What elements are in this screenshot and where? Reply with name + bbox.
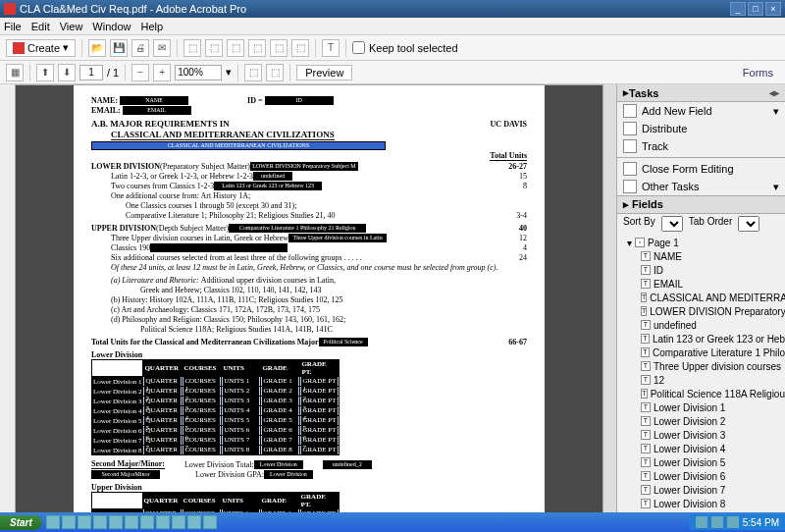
prev-page-icon[interactable]: ⬆ (36, 64, 54, 81)
tree-node[interactable]: TLower Division 4 (627, 442, 785, 455)
grid-cell[interactable]: UNITS 2 (222, 387, 261, 397)
grid-cell[interactable]: GRADE PT 1 (300, 377, 340, 387)
close-button[interactable]: × (765, 2, 781, 16)
keep-tool-checkbox[interactable] (352, 41, 365, 54)
grid-cell[interactable]: GRADE PT 2 (300, 387, 340, 397)
tree-node[interactable]: TID (627, 263, 785, 277)
grid-cell[interactable]: GRADE PT 5 (300, 416, 340, 426)
major-field[interactable]: CLASSICAL AND MEDITERRANEAN CIVILIZATION… (91, 141, 386, 150)
minimize-button[interactable]: _ (730, 2, 746, 16)
grid-cell[interactable]: GRADE PT 4 (300, 406, 340, 416)
undef-field[interactable]: undefined (253, 172, 292, 181)
tree-node[interactable]: TLower Division 5 (627, 455, 785, 469)
grid-cell[interactable]: GRADE PT 3 (300, 397, 340, 406)
lower-field[interactable]: LOWER DIVISION Preparatory Subject M (250, 162, 358, 171)
system-tray[interactable]: 5:54 PM (690, 514, 785, 530)
grid-cell[interactable]: QUARTER 5 (143, 416, 183, 426)
grid-cell[interactable]: GRADE 1 (260, 509, 299, 513)
tool-icon[interactable]: ⬚ (205, 39, 223, 57)
grid-cell[interactable]: GRADE 4 (261, 406, 300, 416)
tree-node[interactable]: TLOWER DIVISION Preparatory (627, 304, 785, 318)
fit-icon[interactable]: ⬚ (244, 64, 262, 81)
undef2-field[interactable]: undefined_2 (323, 460, 372, 469)
start-button[interactable]: Start (0, 515, 42, 530)
tool-icon[interactable]: ⬚ (183, 39, 201, 57)
cls190-field[interactable] (150, 243, 288, 252)
grid-cell[interactable]: COURSES 1 (183, 377, 222, 387)
tool-icon[interactable]: ⬚ (248, 39, 266, 57)
panel-close-icon[interactable]: ◂▸ (769, 87, 779, 98)
id-field[interactable]: ID (265, 96, 334, 105)
smm-field[interactable]: Second MajorMinor (91, 470, 160, 479)
create-button[interactable]: Create▾ (6, 39, 76, 57)
ql-icon[interactable] (156, 515, 170, 529)
grid-cell[interactable]: UNITS 8 (222, 446, 261, 455)
tree-node[interactable]: TLower Division 1 (627, 400, 785, 414)
tree-node[interactable]: T12 (627, 373, 785, 387)
next-page-icon[interactable]: ⬇ (58, 64, 76, 81)
grid-cell[interactable]: GRADE PT 7 (300, 436, 340, 446)
ldt-field[interactable]: Lower Division (254, 460, 303, 469)
grid-cell[interactable]: GRADE PT 1 (299, 509, 339, 513)
tool-icon[interactable]: T (322, 39, 340, 57)
tree-node[interactable]: Tundefined (627, 318, 785, 332)
close-edit-button[interactable]: Close Form Editing (617, 160, 785, 178)
tree-node[interactable]: TLower Division 7 (627, 483, 785, 497)
grid-cell[interactable]: GRADE 6 (261, 426, 300, 436)
grid-cell[interactable]: GRADE PT 6 (300, 426, 340, 436)
grid-cell[interactable]: QUARTER 7 (143, 436, 183, 446)
grid-cell[interactable]: COURSES 1 (182, 509, 221, 513)
tree-node[interactable]: TLower Division 8 (627, 497, 785, 510)
grid-cell[interactable]: QUARTER 2 (143, 387, 183, 397)
pdf-page[interactable]: NAME: NAME ID = ID EMAIL: EMAIL A.B. MAJ… (74, 85, 545, 512)
tree-node[interactable]: TLower Division 3 (627, 428, 785, 442)
grid-cell[interactable]: QUARTER 4 (143, 406, 183, 416)
tree-node[interactable]: TQUARTER 1 (627, 510, 785, 512)
tree-page[interactable]: ▾▫Page 1 (627, 236, 785, 249)
tree-node[interactable]: TEMAIL (627, 277, 785, 291)
three-field[interactable]: Three Upper division courses in Latin Gr… (288, 234, 387, 242)
grid-cell[interactable]: COURSES 5 (183, 416, 222, 426)
grid-cell[interactable]: COURSES 2 (183, 387, 222, 397)
grid-cell[interactable]: UNITS 5 (222, 416, 261, 426)
scrollbar-vertical[interactable] (602, 84, 616, 512)
save-icon[interactable]: 💾 (110, 39, 128, 57)
tree-node[interactable]: TLower Division 6 (627, 469, 785, 483)
grid-cell[interactable]: UNITS 4 (222, 406, 261, 416)
ql-icon[interactable] (187, 515, 201, 529)
ql-icon[interactable] (46, 515, 60, 529)
grid-cell[interactable]: GRADE 5 (261, 416, 300, 426)
upper-field[interactable]: Comparative Literature 1 Philosophy 21 R… (229, 224, 366, 233)
grid-cell[interactable]: COURSES 6 (183, 426, 222, 436)
grid-cell[interactable]: UNITS 1 (221, 509, 260, 513)
grid-cell[interactable]: GRADE 3 (261, 397, 300, 406)
grid-cell[interactable]: QUARTER 1 (143, 377, 183, 387)
tool-icon[interactable]: ⬚ (227, 39, 244, 57)
taborder-select[interactable] (738, 216, 759, 232)
menu-view[interactable]: View (60, 21, 83, 32)
add-field-button[interactable]: Add New Field▾ (617, 102, 785, 120)
lower-division-table[interactable]: QUARTERCOURSESUNITSGRADEGRADE PT.Lower D… (91, 359, 340, 455)
zoom-in-icon[interactable]: + (153, 64, 171, 81)
ql-icon[interactable] (62, 515, 76, 529)
menu-help[interactable]: Help (140, 21, 163, 32)
email-field[interactable]: EMAIL (123, 106, 191, 115)
zoom-input[interactable] (175, 65, 222, 80)
grid-cell[interactable]: GRADE 7 (261, 436, 300, 446)
print-icon[interactable]: 🖨 (131, 39, 149, 57)
page-thumb-icon[interactable]: ▦ (6, 64, 24, 81)
name-field[interactable]: NAME (120, 96, 188, 105)
open-icon[interactable]: 📂 (88, 39, 106, 57)
email-icon[interactable]: ✉ (153, 39, 171, 57)
other-tasks-button[interactable]: Other Tasks▾ (617, 178, 785, 195)
grid-cell[interactable]: GRADE PT 8 (300, 446, 340, 455)
distribute-button[interactable]: Distribute (617, 120, 785, 137)
tree-node[interactable]: TThree Upper division courses (627, 359, 785, 373)
ql-icon[interactable] (203, 515, 217, 529)
tool-icon[interactable]: ⬚ (291, 39, 309, 57)
grid-cell[interactable]: GRADE 8 (261, 446, 300, 455)
tree-node[interactable]: TPolitical Science 118A Religiou (627, 387, 785, 400)
grid-cell[interactable]: GRADE 1 (261, 377, 300, 387)
preview-button[interactable]: Preview (296, 65, 352, 80)
fields-tree[interactable]: ▾▫Page 1 TNAMETIDTEMAILTCLASSICAL AND ME… (617, 234, 785, 512)
